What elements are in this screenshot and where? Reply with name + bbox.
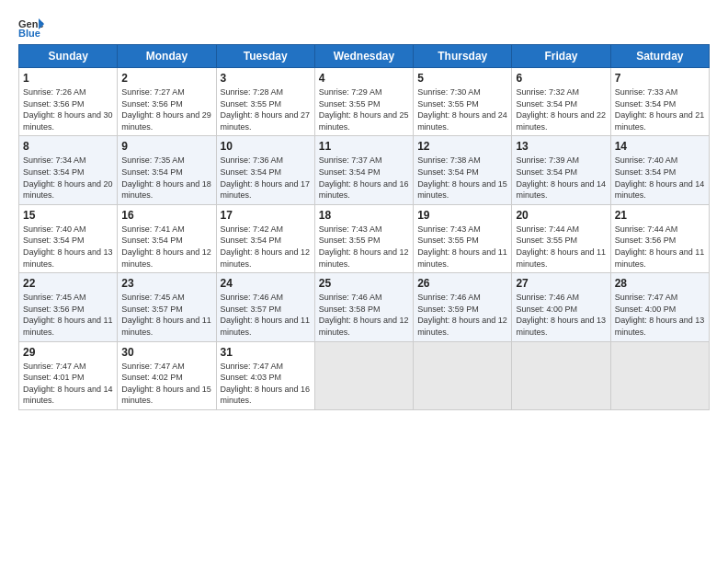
calendar-cell: 31Sunrise: 7:47 AMSunset: 4:03 PMDayligh… (216, 341, 314, 409)
calendar-cell: 2Sunrise: 7:27 AMSunset: 3:56 PMDaylight… (118, 68, 216, 136)
day-number: 15 (23, 209, 113, 222)
day-number: 19 (417, 209, 507, 222)
day-number: 1 (23, 72, 113, 85)
day-number: 29 (23, 346, 113, 359)
day-number: 9 (121, 140, 211, 153)
calendar-cell: 22Sunrise: 7:45 AMSunset: 3:56 PMDayligh… (19, 273, 118, 341)
cell-info: Sunrise: 7:46 AMSunset: 3:59 PMDaylight:… (417, 293, 507, 337)
cell-info: Sunrise: 7:28 AMSunset: 3:55 PMDaylight:… (221, 87, 311, 132)
week-row-4: 29Sunrise: 7:47 AMSunset: 4:01 PMDayligh… (19, 341, 710, 409)
cell-info: Sunrise: 7:47 AMSunset: 4:01 PMDaylight:… (23, 362, 113, 406)
cell-info: Sunrise: 7:43 AMSunset: 3:55 PMDaylight:… (417, 224, 507, 269)
calendar-cell: 24Sunrise: 7:46 AMSunset: 3:57 PMDayligh… (216, 273, 314, 341)
calendar-cell: 20Sunrise: 7:44 AMSunset: 3:55 PMDayligh… (512, 204, 610, 272)
calendar-cell: 8Sunrise: 7:34 AMSunset: 3:54 PMDaylight… (19, 136, 118, 204)
cell-info: Sunrise: 7:44 AMSunset: 3:56 PMDaylight:… (615, 224, 705, 269)
cell-info: Sunrise: 7:46 AMSunset: 4:00 PMDaylight:… (516, 293, 606, 337)
cell-info: Sunrise: 7:47 AMSunset: 4:02 PMDaylight:… (121, 362, 211, 406)
day-header-friday: Friday (512, 45, 610, 68)
cell-info: Sunrise: 7:27 AMSunset: 3:56 PMDaylight:… (121, 87, 211, 132)
cell-info: Sunrise: 7:47 AMSunset: 4:03 PMDaylight:… (221, 362, 311, 406)
day-number: 5 (417, 72, 507, 85)
day-number: 14 (615, 140, 705, 153)
week-row-3: 22Sunrise: 7:45 AMSunset: 3:56 PMDayligh… (19, 273, 710, 341)
day-number: 6 (516, 72, 606, 85)
cell-info: Sunrise: 7:37 AMSunset: 3:54 PMDaylight:… (319, 155, 409, 200)
calendar-cell: 18Sunrise: 7:43 AMSunset: 3:55 PMDayligh… (314, 204, 413, 272)
day-number: 18 (319, 209, 409, 222)
day-number: 24 (221, 277, 311, 290)
calendar-cell: 15Sunrise: 7:40 AMSunset: 3:54 PMDayligh… (19, 204, 118, 272)
calendar-cell: 12Sunrise: 7:38 AMSunset: 3:54 PMDayligh… (414, 136, 512, 204)
day-number: 28 (615, 277, 705, 290)
calendar-cell: 5Sunrise: 7:30 AMSunset: 3:55 PMDaylight… (414, 68, 512, 136)
day-number: 11 (319, 140, 409, 153)
days-header-row: SundayMondayTuesdayWednesdayThursdayFrid… (19, 45, 710, 68)
calendar-cell: 6Sunrise: 7:32 AMSunset: 3:54 PMDaylight… (512, 68, 610, 136)
calendar-table: SundayMondayTuesdayWednesdayThursdayFrid… (18, 44, 710, 410)
day-number: 31 (221, 346, 311, 359)
day-number: 8 (23, 140, 113, 153)
day-number: 13 (516, 140, 606, 153)
calendar-cell: 25Sunrise: 7:46 AMSunset: 3:58 PMDayligh… (314, 273, 413, 341)
day-number: 17 (221, 209, 311, 222)
header: General Blue (18, 17, 710, 37)
day-number: 20 (516, 209, 606, 222)
calendar-cell: 4Sunrise: 7:29 AMSunset: 3:55 PMDaylight… (314, 68, 413, 136)
cell-info: Sunrise: 7:35 AMSunset: 3:54 PMDaylight:… (121, 155, 211, 200)
day-number: 30 (121, 346, 211, 359)
cell-info: Sunrise: 7:46 AMSunset: 3:58 PMDaylight:… (319, 293, 409, 337)
calendar-cell: 10Sunrise: 7:36 AMSunset: 3:54 PMDayligh… (216, 136, 314, 204)
calendar-cell (512, 341, 610, 409)
calendar-cell: 26Sunrise: 7:46 AMSunset: 3:59 PMDayligh… (414, 273, 512, 341)
day-number: 2 (121, 72, 211, 85)
day-number: 3 (221, 72, 311, 85)
calendar-cell (414, 341, 512, 409)
calendar-cell: 19Sunrise: 7:43 AMSunset: 3:55 PMDayligh… (414, 204, 512, 272)
day-header-sunday: Sunday (19, 45, 118, 68)
calendar-cell: 11Sunrise: 7:37 AMSunset: 3:54 PMDayligh… (314, 136, 413, 204)
calendar-cell: 1Sunrise: 7:26 AMSunset: 3:56 PMDaylight… (19, 68, 118, 136)
day-number: 27 (516, 277, 606, 290)
day-number: 26 (417, 277, 507, 290)
calendar-cell (314, 341, 413, 409)
cell-info: Sunrise: 7:40 AMSunset: 3:54 PMDaylight:… (615, 155, 705, 200)
calendar-cell (610, 341, 709, 409)
calendar-cell: 3Sunrise: 7:28 AMSunset: 3:55 PMDaylight… (216, 68, 314, 136)
day-header-wednesday: Wednesday (314, 45, 413, 68)
cell-info: Sunrise: 7:44 AMSunset: 3:55 PMDaylight:… (516, 224, 606, 269)
cell-info: Sunrise: 7:36 AMSunset: 3:54 PMDaylight:… (221, 155, 311, 200)
calendar-cell: 16Sunrise: 7:41 AMSunset: 3:54 PMDayligh… (118, 204, 216, 272)
calendar-cell: 13Sunrise: 7:39 AMSunset: 3:54 PMDayligh… (512, 136, 610, 204)
day-number: 23 (121, 277, 211, 290)
svg-text:Blue: Blue (18, 28, 40, 37)
calendar-cell: 17Sunrise: 7:42 AMSunset: 3:54 PMDayligh… (216, 204, 314, 272)
logo-icon: General Blue (18, 17, 44, 37)
day-number: 12 (417, 140, 507, 153)
day-number: 21 (615, 209, 705, 222)
cell-info: Sunrise: 7:45 AMSunset: 3:56 PMDaylight:… (23, 293, 113, 337)
week-row-0: 1Sunrise: 7:26 AMSunset: 3:56 PMDaylight… (19, 68, 710, 136)
day-header-monday: Monday (118, 45, 216, 68)
cell-info: Sunrise: 7:30 AMSunset: 3:55 PMDaylight:… (417, 87, 507, 132)
day-number: 22 (23, 277, 113, 290)
week-row-2: 15Sunrise: 7:40 AMSunset: 3:54 PMDayligh… (19, 204, 710, 272)
day-header-saturday: Saturday (610, 45, 709, 68)
day-number: 10 (221, 140, 311, 153)
day-header-thursday: Thursday (414, 45, 512, 68)
calendar-page: General Blue SundayMondayTuesdayWednesda… (0, 0, 728, 563)
calendar-cell: 27Sunrise: 7:46 AMSunset: 4:00 PMDayligh… (512, 273, 610, 341)
cell-info: Sunrise: 7:38 AMSunset: 3:54 PMDaylight:… (417, 155, 507, 200)
cell-info: Sunrise: 7:39 AMSunset: 3:54 PMDaylight:… (516, 155, 606, 200)
cell-info: Sunrise: 7:29 AMSunset: 3:55 PMDaylight:… (319, 87, 409, 132)
day-number: 7 (615, 72, 705, 85)
calendar-cell: 9Sunrise: 7:35 AMSunset: 3:54 PMDaylight… (118, 136, 216, 204)
cell-info: Sunrise: 7:32 AMSunset: 3:54 PMDaylight:… (516, 87, 606, 132)
day-number: 16 (121, 209, 211, 222)
day-header-tuesday: Tuesday (216, 45, 314, 68)
calendar-cell: 7Sunrise: 7:33 AMSunset: 3:54 PMDaylight… (610, 68, 709, 136)
calendar-cell: 29Sunrise: 7:47 AMSunset: 4:01 PMDayligh… (19, 341, 118, 409)
cell-info: Sunrise: 7:42 AMSunset: 3:54 PMDaylight:… (221, 224, 311, 269)
day-number: 25 (319, 277, 409, 290)
cell-info: Sunrise: 7:47 AMSunset: 4:00 PMDaylight:… (615, 293, 705, 337)
